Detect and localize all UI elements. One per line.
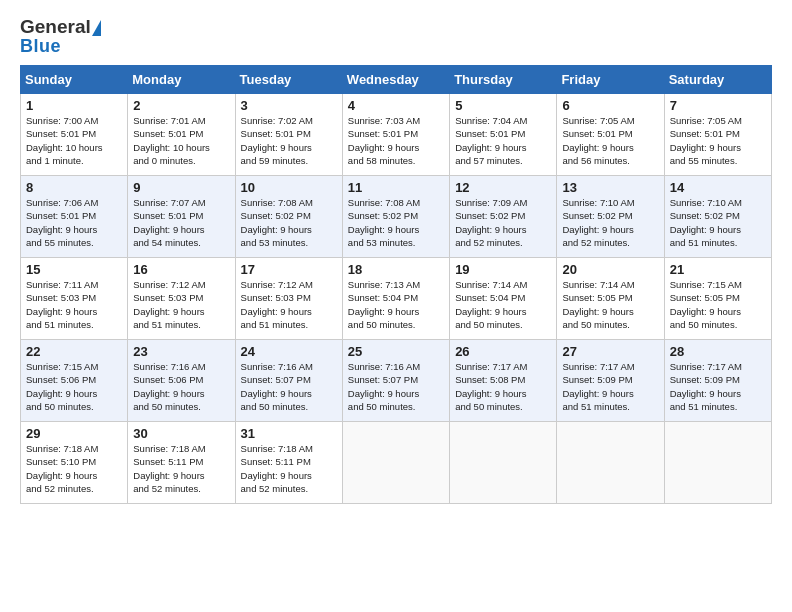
day-info: Sunrise: 7:03 AM Sunset: 5:01 PM Dayligh… [348,114,444,167]
calendar-table: SundayMondayTuesdayWednesdayThursdayFrid… [20,65,772,504]
day-number: 25 [348,344,444,359]
day-number: 19 [455,262,551,277]
table-row: 20Sunrise: 7:14 AM Sunset: 5:05 PM Dayli… [557,258,664,340]
table-row: 29Sunrise: 7:18 AM Sunset: 5:10 PM Dayli… [21,422,128,504]
day-info: Sunrise: 7:14 AM Sunset: 5:04 PM Dayligh… [455,278,551,331]
table-row: 4Sunrise: 7:03 AM Sunset: 5:01 PM Daylig… [342,94,449,176]
day-info: Sunrise: 7:05 AM Sunset: 5:01 PM Dayligh… [670,114,766,167]
day-number: 3 [241,98,337,113]
table-row: 11Sunrise: 7:08 AM Sunset: 5:02 PM Dayli… [342,176,449,258]
weekday-header-thursday: Thursday [450,66,557,94]
day-number: 27 [562,344,658,359]
table-row: 8Sunrise: 7:06 AM Sunset: 5:01 PM Daylig… [21,176,128,258]
weekday-header-sunday: Sunday [21,66,128,94]
day-info: Sunrise: 7:16 AM Sunset: 5:06 PM Dayligh… [133,360,229,413]
table-row: 7Sunrise: 7:05 AM Sunset: 5:01 PM Daylig… [664,94,771,176]
day-number: 29 [26,426,122,441]
weekday-header-friday: Friday [557,66,664,94]
day-number: 2 [133,98,229,113]
day-info: Sunrise: 7:18 AM Sunset: 5:11 PM Dayligh… [133,442,229,495]
day-info: Sunrise: 7:10 AM Sunset: 5:02 PM Dayligh… [670,196,766,249]
weekday-header-tuesday: Tuesday [235,66,342,94]
day-number: 10 [241,180,337,195]
day-info: Sunrise: 7:17 AM Sunset: 5:09 PM Dayligh… [562,360,658,413]
table-row [664,422,771,504]
day-info: Sunrise: 7:05 AM Sunset: 5:01 PM Dayligh… [562,114,658,167]
day-info: Sunrise: 7:15 AM Sunset: 5:06 PM Dayligh… [26,360,122,413]
table-row: 1Sunrise: 7:00 AM Sunset: 5:01 PM Daylig… [21,94,128,176]
day-number: 23 [133,344,229,359]
day-number: 14 [670,180,766,195]
day-info: Sunrise: 7:17 AM Sunset: 5:08 PM Dayligh… [455,360,551,413]
table-row: 25Sunrise: 7:16 AM Sunset: 5:07 PM Dayli… [342,340,449,422]
table-row: 5Sunrise: 7:04 AM Sunset: 5:01 PM Daylig… [450,94,557,176]
table-row: 28Sunrise: 7:17 AM Sunset: 5:09 PM Dayli… [664,340,771,422]
day-info: Sunrise: 7:00 AM Sunset: 5:01 PM Dayligh… [26,114,122,167]
table-row: 13Sunrise: 7:10 AM Sunset: 5:02 PM Dayli… [557,176,664,258]
day-info: Sunrise: 7:13 AM Sunset: 5:04 PM Dayligh… [348,278,444,331]
table-row: 12Sunrise: 7:09 AM Sunset: 5:02 PM Dayli… [450,176,557,258]
day-number: 20 [562,262,658,277]
weekday-header-wednesday: Wednesday [342,66,449,94]
day-number: 1 [26,98,122,113]
table-row [450,422,557,504]
table-row: 27Sunrise: 7:17 AM Sunset: 5:09 PM Dayli… [557,340,664,422]
page: General Blue SundayMondayTuesdayWednesda… [0,0,792,514]
day-number: 5 [455,98,551,113]
table-row: 10Sunrise: 7:08 AM Sunset: 5:02 PM Dayli… [235,176,342,258]
day-info: Sunrise: 7:04 AM Sunset: 5:01 PM Dayligh… [455,114,551,167]
logo: General Blue [20,16,101,57]
table-row: 30Sunrise: 7:18 AM Sunset: 5:11 PM Dayli… [128,422,235,504]
day-number: 24 [241,344,337,359]
day-number: 16 [133,262,229,277]
day-info: Sunrise: 7:17 AM Sunset: 5:09 PM Dayligh… [670,360,766,413]
day-number: 30 [133,426,229,441]
day-info: Sunrise: 7:16 AM Sunset: 5:07 PM Dayligh… [348,360,444,413]
table-row: 26Sunrise: 7:17 AM Sunset: 5:08 PM Dayli… [450,340,557,422]
table-row: 31Sunrise: 7:18 AM Sunset: 5:11 PM Dayli… [235,422,342,504]
table-row: 14Sunrise: 7:10 AM Sunset: 5:02 PM Dayli… [664,176,771,258]
table-row: 6Sunrise: 7:05 AM Sunset: 5:01 PM Daylig… [557,94,664,176]
day-number: 11 [348,180,444,195]
day-info: Sunrise: 7:16 AM Sunset: 5:07 PM Dayligh… [241,360,337,413]
header: General Blue [20,16,772,57]
day-info: Sunrise: 7:11 AM Sunset: 5:03 PM Dayligh… [26,278,122,331]
day-info: Sunrise: 7:15 AM Sunset: 5:05 PM Dayligh… [670,278,766,331]
table-row: 15Sunrise: 7:11 AM Sunset: 5:03 PM Dayli… [21,258,128,340]
table-row: 16Sunrise: 7:12 AM Sunset: 5:03 PM Dayli… [128,258,235,340]
weekday-header-monday: Monday [128,66,235,94]
table-row: 18Sunrise: 7:13 AM Sunset: 5:04 PM Dayli… [342,258,449,340]
day-info: Sunrise: 7:02 AM Sunset: 5:01 PM Dayligh… [241,114,337,167]
day-number: 4 [348,98,444,113]
day-info: Sunrise: 7:09 AM Sunset: 5:02 PM Dayligh… [455,196,551,249]
day-info: Sunrise: 7:01 AM Sunset: 5:01 PM Dayligh… [133,114,229,167]
day-number: 12 [455,180,551,195]
day-number: 28 [670,344,766,359]
day-info: Sunrise: 7:12 AM Sunset: 5:03 PM Dayligh… [133,278,229,331]
day-number: 13 [562,180,658,195]
day-number: 6 [562,98,658,113]
logo-triangle-icon [92,20,101,36]
day-info: Sunrise: 7:08 AM Sunset: 5:02 PM Dayligh… [348,196,444,249]
weekday-header-saturday: Saturday [664,66,771,94]
day-info: Sunrise: 7:18 AM Sunset: 5:11 PM Dayligh… [241,442,337,495]
day-number: 8 [26,180,122,195]
day-number: 9 [133,180,229,195]
day-info: Sunrise: 7:12 AM Sunset: 5:03 PM Dayligh… [241,278,337,331]
table-row: 2Sunrise: 7:01 AM Sunset: 5:01 PM Daylig… [128,94,235,176]
table-row: 23Sunrise: 7:16 AM Sunset: 5:06 PM Dayli… [128,340,235,422]
day-number: 15 [26,262,122,277]
table-row [342,422,449,504]
logo-blue-text: Blue [20,36,61,57]
day-info: Sunrise: 7:06 AM Sunset: 5:01 PM Dayligh… [26,196,122,249]
day-number: 31 [241,426,337,441]
table-row: 22Sunrise: 7:15 AM Sunset: 5:06 PM Dayli… [21,340,128,422]
table-row: 9Sunrise: 7:07 AM Sunset: 5:01 PM Daylig… [128,176,235,258]
day-info: Sunrise: 7:07 AM Sunset: 5:01 PM Dayligh… [133,196,229,249]
table-row [557,422,664,504]
day-number: 18 [348,262,444,277]
table-row: 3Sunrise: 7:02 AM Sunset: 5:01 PM Daylig… [235,94,342,176]
day-info: Sunrise: 7:08 AM Sunset: 5:02 PM Dayligh… [241,196,337,249]
day-info: Sunrise: 7:18 AM Sunset: 5:10 PM Dayligh… [26,442,122,495]
day-number: 7 [670,98,766,113]
